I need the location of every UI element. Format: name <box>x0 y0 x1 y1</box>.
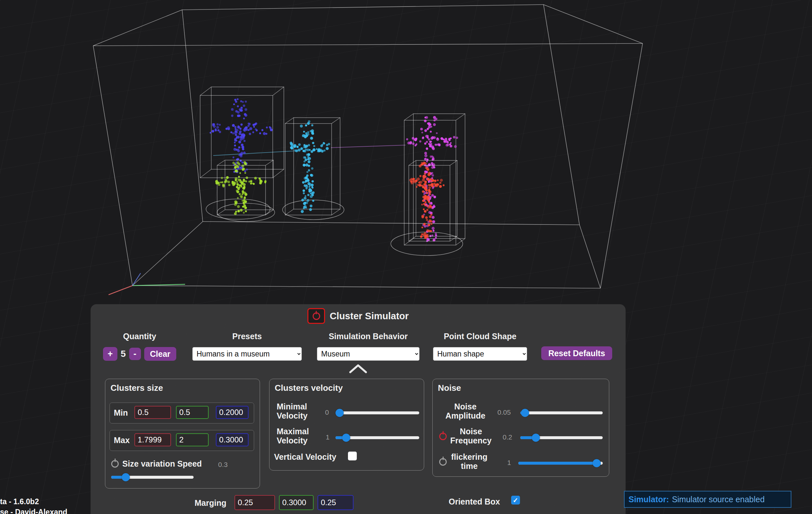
maximal-velocity-slider[interactable] <box>336 433 419 442</box>
simulation-behavior-select[interactable]: Museum <box>317 347 419 361</box>
slider-thumb[interactable] <box>592 459 601 467</box>
point-cloud-shape-label: Point Cloud Shape <box>433 332 527 341</box>
size-variation-power-icon[interactable] <box>111 460 119 467</box>
slider-fill <box>518 462 597 465</box>
clusters-size-group: Clusters size Min Max Size variation Spe… <box>105 379 260 488</box>
status-prefix: Simulator: <box>629 495 669 504</box>
quantity-label: Quantity <box>100 332 179 341</box>
cluster-simulator-panel: Cluster Simulator Quantity Presets Simul… <box>91 304 626 514</box>
max-z-input[interactable] <box>216 433 249 446</box>
min-z-input[interactable] <box>216 406 249 419</box>
noise-amplitude-label: Noise Amplitude <box>440 402 490 420</box>
maximal-velocity-label: Maximal Velocity <box>277 427 322 445</box>
noise-frequency-slider[interactable] <box>520 433 603 442</box>
slider-track[interactable] <box>520 412 603 414</box>
size-variation-slider[interactable] <box>111 473 194 482</box>
clusters-velocity-group: Clusters velocity Minimal Velocity 0 Max… <box>269 379 424 471</box>
panel-header: Cluster Simulator <box>91 308 626 324</box>
clear-button[interactable]: Clear <box>144 347 177 361</box>
presets-label: Presets <box>192 332 302 341</box>
flickering-time-slider[interactable] <box>518 458 603 467</box>
version-info: nta - 1.6.0b2 nse - David-Alexand <box>0 496 67 514</box>
noise-frequency-power-icon[interactable] <box>439 433 447 440</box>
slider-thumb[interactable] <box>122 473 130 481</box>
quantity-increase-button[interactable]: + <box>103 347 117 361</box>
noise-frequency-label: Noise Frequency <box>450 427 492 445</box>
clusters-size-title: Clusters size <box>111 383 163 393</box>
quantity-decrease-button[interactable]: - <box>129 348 141 360</box>
presets-select[interactable]: Humans in a museum <box>192 347 302 361</box>
max-x-input[interactable] <box>135 433 171 446</box>
quantity-value: 5 <box>121 349 126 359</box>
quantity-controls: + 5 - Clear <box>100 347 179 361</box>
max-label: Max <box>114 435 130 445</box>
power-toggle-highlight[interactable] <box>308 308 325 324</box>
version-line-2: nse - David-Alexand <box>0 507 67 514</box>
flickering-time-value: 1 <box>507 459 511 466</box>
marging-x-input[interactable] <box>234 495 275 510</box>
minimal-velocity-label: Minimal Velocity <box>277 402 322 420</box>
marging-y-input[interactable] <box>279 495 314 510</box>
noise-frequency-value: 0.2 <box>503 433 512 441</box>
slider-thumb[interactable] <box>521 409 529 417</box>
oriented-box-checkbox[interactable]: ✓ <box>511 496 520 505</box>
noise-amplitude-slider[interactable] <box>520 408 603 417</box>
collapse-chevron-icon[interactable] <box>349 364 367 373</box>
maximal-velocity-value: 1 <box>326 433 330 441</box>
marging-label: Marging <box>195 498 226 508</box>
min-y-input[interactable] <box>176 406 209 419</box>
vertical-velocity-checkbox[interactable] <box>348 452 357 460</box>
flickering-time-label: flickering time <box>450 452 489 471</box>
minimal-velocity-value: 0 <box>325 409 329 416</box>
reset-defaults-button[interactable]: Reset Defaults <box>541 346 612 360</box>
noise-amplitude-value: 0.05 <box>497 409 511 416</box>
vertical-velocity-label: Vertical Velocity <box>274 452 336 462</box>
marging-z-input[interactable] <box>318 495 353 510</box>
status-message: Simulator source enabled <box>672 495 765 504</box>
minimal-velocity-slider[interactable] <box>336 408 419 417</box>
min-label: Min <box>114 408 128 418</box>
min-size-row: Min <box>110 402 254 423</box>
noise-title: Noise <box>438 383 461 393</box>
flickering-time-power-icon[interactable] <box>439 458 447 466</box>
max-size-row: Max <box>110 430 254 451</box>
noise-group: Noise Noise Amplitude 0.05 Noise Frequen… <box>432 379 609 477</box>
power-icon[interactable] <box>313 312 320 320</box>
clusters-velocity-title: Clusters velocity <box>275 383 343 393</box>
oriented-box-label: Oriented Box <box>449 497 500 507</box>
status-bar: Simulator: Simulator source enabled <box>624 491 791 508</box>
max-y-input[interactable] <box>176 433 209 446</box>
size-variation-value: 0.3 <box>218 461 228 468</box>
slider-thumb[interactable] <box>342 434 350 442</box>
version-line-1: nta - 1.6.0b2 <box>0 496 67 507</box>
slider-track[interactable] <box>336 412 419 414</box>
min-x-input[interactable] <box>135 406 171 419</box>
slider-thumb[interactable] <box>532 434 540 442</box>
point-cloud-shape-select[interactable]: Human shape <box>433 347 527 361</box>
simulation-behavior-label: Simulation Behavior <box>317 332 419 341</box>
application-root: Cluster Simulator Quantity Presets Simul… <box>0 0 812 514</box>
slider-thumb[interactable] <box>336 409 344 417</box>
panel-title: Cluster Simulator <box>330 311 409 322</box>
size-variation-label: Size variation Speed <box>122 459 202 468</box>
